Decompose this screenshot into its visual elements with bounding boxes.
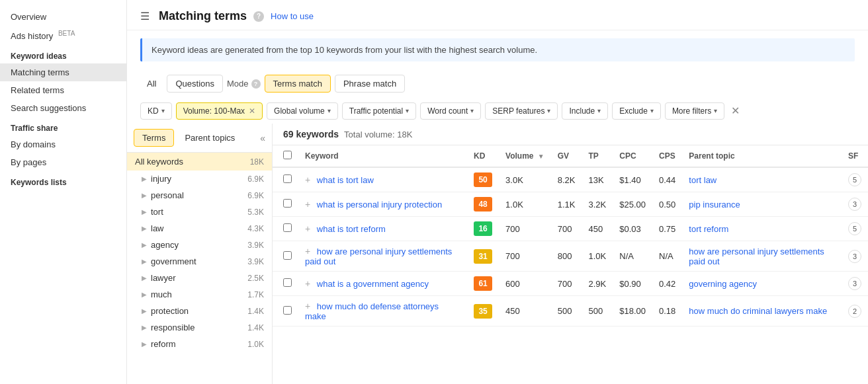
main-content: ☰ Matching terms ? How to use Keyword id… (127, 0, 868, 384)
help-icon[interactable]: ? (253, 11, 264, 22)
parent-topic-link[interactable]: how much do criminal lawyers make (689, 306, 827, 316)
add-keyword-icon[interactable]: + (305, 174, 310, 185)
kw-label: agency (151, 240, 247, 250)
right-panel: 69 keywords Total volume: 18K Keyword KD… (273, 124, 868, 384)
parent-topic-link[interactable]: how are personal injury settlements paid… (689, 247, 824, 266)
keyword-link[interactable]: how are personal injury settlements paid… (305, 247, 452, 266)
row-kd-cell: 35 (467, 296, 499, 326)
filter-serp-features[interactable]: SERP features ▾ (485, 102, 558, 120)
kw-label: injury (151, 174, 247, 184)
tab-terms-match[interactable]: Terms match (265, 75, 331, 93)
col-kd[interactable]: KD (467, 145, 499, 167)
hamburger-icon[interactable]: ☰ (140, 10, 150, 22)
tab-all[interactable]: All (140, 75, 163, 92)
kw-item[interactable]: ▶ responsible 1.4K (127, 319, 272, 336)
kw-item[interactable]: ▶ protection 1.4K (127, 303, 272, 319)
sidebar-item-by-pages[interactable]: By pages (0, 153, 126, 171)
sidebar-item-matching-terms[interactable]: Matching terms (0, 63, 126, 81)
kw-item[interactable]: ▶ lawyer 2.5K (127, 270, 272, 286)
panel-tab-terms[interactable]: Terms (134, 129, 174, 147)
select-all-checkbox[interactable] (273, 145, 298, 167)
sidebar-item-by-domains[interactable]: By domains (0, 135, 126, 153)
row-checkbox[interactable] (283, 306, 292, 315)
filter-traffic-potential[interactable]: Traffic potential ▾ (342, 102, 416, 120)
kw-item[interactable]: ▶ tort 5.3K (127, 204, 272, 220)
add-keyword-icon[interactable]: + (305, 223, 310, 234)
kw-count: 6.9K (247, 191, 264, 200)
kw-item[interactable]: ▶ government 3.9K (127, 253, 272, 270)
add-keyword-icon[interactable]: + (305, 199, 310, 210)
mode-help-icon[interactable]: ? (251, 79, 261, 89)
sidebar-item-related-terms[interactable]: Related terms (0, 81, 126, 99)
keyword-link[interactable]: what is tort reform (317, 224, 386, 234)
kw-chevron-icon: ▶ (142, 324, 147, 331)
row-volume-cell: 3.0K (499, 167, 551, 192)
kw-chevron-icon: ▶ (142, 192, 147, 199)
kw-item[interactable]: ▶ injury 6.9K (127, 171, 272, 187)
kw-group-all-keywords[interactable]: All keywords 18K (127, 153, 272, 171)
keyword-link[interactable]: what is a government agency (317, 279, 429, 289)
parent-topic-link[interactable]: governing agency (689, 279, 757, 289)
add-keyword-icon[interactable]: + (305, 246, 310, 256)
sf-badge: 5 (848, 222, 861, 235)
kw-item[interactable]: ▶ reform 1.0K (127, 336, 272, 352)
row-checkbox-cell[interactable] (273, 296, 298, 326)
panel-tab-parent-topics[interactable]: Parent topics (177, 130, 243, 146)
col-keyword: Keyword (298, 145, 467, 167)
row-checkbox-cell[interactable] (273, 192, 298, 217)
clear-all-filters-button[interactable]: ✕ (728, 102, 742, 120)
kw-count: 3.9K (247, 257, 264, 266)
col-volume[interactable]: Volume ▼ (499, 145, 551, 167)
row-checkbox[interactable] (283, 199, 292, 208)
tab-phrase-match[interactable]: Phrase match (335, 75, 405, 93)
kw-item[interactable]: ▶ law 4.3K (127, 220, 272, 237)
parent-topic-link[interactable]: tort reform (689, 224, 728, 234)
row-checkbox[interactable] (283, 174, 292, 183)
parent-topic-link[interactable]: pip insurance (689, 200, 740, 210)
filter-global-volume[interactable]: Global volume ▾ (267, 102, 338, 120)
row-checkbox-cell[interactable] (273, 272, 298, 296)
content-area: Terms Parent topics « All keywords 18K ▶… (127, 124, 868, 384)
kw-label: government (151, 256, 247, 266)
row-parent-topic-cell: how much do criminal lawyers make (682, 296, 842, 326)
row-sf-cell: 5 (842, 217, 868, 241)
keyword-link[interactable]: what is personal injury protection (317, 200, 442, 210)
left-panel-tabs: Terms Parent topics « (127, 124, 272, 153)
close-icon[interactable]: ✕ (249, 106, 255, 116)
filter-kd[interactable]: KD ▾ (140, 102, 172, 120)
row-cps-cell: 0.50 (652, 192, 682, 217)
add-keyword-icon[interactable]: + (305, 278, 310, 289)
kw-chevron-icon: ▶ (142, 241, 147, 249)
how-to-use-link[interactable]: How to use (271, 11, 314, 21)
kw-item[interactable]: ▶ personal 6.9K (127, 187, 272, 204)
filter-word-count[interactable]: Word count ▾ (420, 102, 481, 120)
sidebar-item-search-suggestions[interactable]: Search suggestions (0, 99, 126, 117)
row-keyword-cell: + what is tort reform (298, 217, 467, 241)
row-checkbox-cell[interactable] (273, 217, 298, 241)
row-checkbox[interactable] (283, 278, 292, 287)
row-keyword-cell: + what is tort law (298, 167, 467, 192)
kw-item[interactable]: ▶ agency 3.9K (127, 237, 272, 253)
row-checkbox[interactable] (283, 251, 292, 260)
sidebar-item-ads-history[interactable]: Ads history BETA (0, 26, 126, 45)
filter-volume[interactable]: Volume: 100-Max ✕ (176, 102, 263, 120)
sidebar-item-overview[interactable]: Overview (0, 8, 126, 26)
row-checkbox-cell[interactable] (273, 167, 298, 192)
total-volume-label: Total volume: 18K (344, 130, 412, 139)
kw-chevron-icon: ▶ (142, 340, 147, 348)
row-cpc-cell: $0.03 (613, 217, 652, 241)
tab-questions[interactable]: Questions (167, 75, 223, 93)
filter-exclude[interactable]: Exclude ▾ (612, 102, 661, 120)
filter-more-filters[interactable]: More filters ▾ (665, 102, 724, 120)
table-row: + what is a government agency 61 600 700… (273, 272, 868, 296)
kw-item[interactable]: ▶ much 1.7K (127, 286, 272, 303)
row-checkbox[interactable] (283, 223, 292, 232)
row-kd-cell: 48 (467, 192, 499, 217)
keyword-link[interactable]: what is tort law (317, 175, 374, 185)
parent-topic-link[interactable]: tort law (689, 175, 716, 185)
filter-include[interactable]: Include ▾ (562, 102, 608, 120)
collapse-panel-icon[interactable]: « (260, 133, 265, 143)
row-checkbox-cell[interactable] (273, 241, 298, 272)
add-keyword-icon[interactable]: + (305, 301, 310, 311)
keyword-link[interactable]: how much do defense attorneys make (305, 301, 439, 321)
